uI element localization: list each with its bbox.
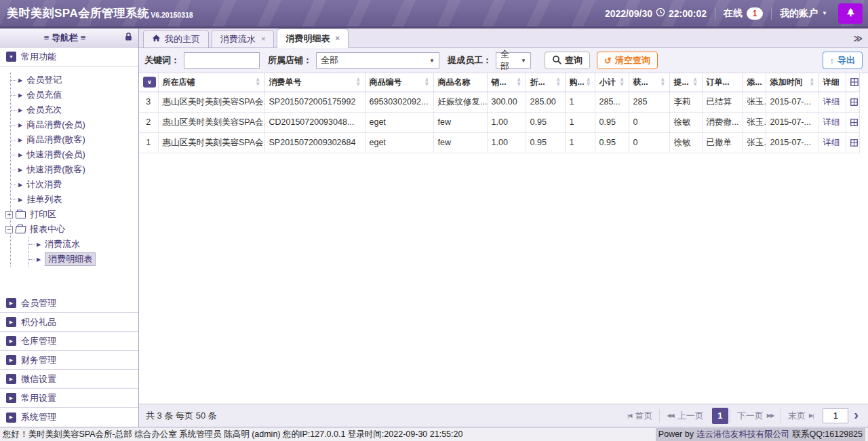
goto-page-input[interactable]	[823, 408, 848, 423]
sidebar-folder-reports[interactable]: − 报表中心	[5, 222, 138, 237]
col-header-price[interactable]: 销...∧∨	[487, 73, 526, 92]
col-header-order-no[interactable]: 消费单号∧∨	[264, 73, 365, 92]
grid-header-row: ∨ 所在店铺∧∨ 消费单号∧∨ 商品编号∧∨ 商品名称 销...∧∨ 折...∧…	[139, 73, 859, 92]
col-header-staff[interactable]: 提...∧∨	[669, 73, 702, 92]
table-row[interactable]: 1 惠山区美时美刻美容SPA会... SP2015072009302684 eg…	[139, 132, 859, 153]
col-header-detail: 详细	[818, 73, 846, 92]
shop-select[interactable]: 全部 ▼	[316, 52, 439, 69]
chevron-down-icon: ▼	[822, 10, 827, 16]
search-icon	[552, 55, 561, 66]
sort-icon[interactable]: ∧∨	[354, 78, 361, 86]
row-grid-icon[interactable]	[846, 132, 859, 153]
col-header-product-name[interactable]: 商品名称	[433, 73, 487, 92]
sidebar-section-settings[interactable]: ▶ 常用设置	[0, 389, 138, 408]
sidebar-section-warehouse[interactable]: ▶ 仓库管理	[0, 332, 138, 351]
goto-page-button[interactable]: ›	[854, 408, 861, 423]
sidebar-item-goods-walkin[interactable]: ▶ 商品消费(散客)	[11, 132, 138, 147]
expand-plus-icon[interactable]: +	[5, 211, 13, 218]
section-expanded-icon: ▼	[6, 52, 16, 62]
sidebar-folder-print[interactable]: + 打印区	[5, 207, 138, 222]
sidebar-section-wechat[interactable]: ▶ 微信设置	[0, 370, 138, 389]
sort-icon[interactable]: ∧∨	[515, 78, 521, 86]
sidebar-section-points[interactable]: ▶ 积分礼品	[0, 313, 138, 332]
last-page-button[interactable]: 末页 ▶|	[781, 409, 820, 423]
sidebar-item-quick-walkin[interactable]: ▶ 快速消费(散客)	[11, 162, 138, 177]
arrow-right-icon: ▶	[18, 122, 22, 128]
sidebar-section-members[interactable]: ▶ 会员管理	[0, 294, 138, 313]
staff-select[interactable]: 全部 ▼	[496, 52, 531, 69]
company-link[interactable]: 连云港信友科技有限公司	[696, 429, 790, 440]
arrow-right-icon: ▶	[18, 167, 22, 173]
nav-header: ≡ 导航栏 ≡	[0, 28, 138, 47]
online-users[interactable]: 在线 1	[724, 7, 763, 20]
next-page-button[interactable]: 下一页 ▶▶	[730, 409, 781, 423]
main-panel: 我的主页 消费流水 × 消费明细表 × ≫ 关键词： 所属店铺： 全部	[139, 28, 868, 427]
folder-closed-icon	[16, 211, 26, 218]
first-page-button[interactable]: |◀ 首页	[620, 409, 659, 423]
tab-home[interactable]: 我的主页	[143, 30, 209, 47]
table-row[interactable]: 3 惠山区美时美刻美容SPA会... SP2015072005175992 69…	[139, 92, 859, 112]
detail-link[interactable]: 详细	[823, 138, 840, 147]
sort-icon[interactable]: ∧∨	[618, 78, 625, 86]
sort-icon[interactable]: ∧∨	[422, 78, 429, 86]
sidebar-item-member-recharge[interactable]: ▶ 会员充值	[11, 88, 138, 102]
sidebar-section-system[interactable]: ▶ 系统管理	[0, 408, 138, 427]
tab-consume-detail[interactable]: 消费明细表 ×	[277, 28, 348, 48]
data-grid: ∨ 所在店铺∧∨ 消费单号∧∨ 商品编号∧∨ 商品名称 销...∧∨ 折...∧…	[139, 73, 860, 153]
account-menu[interactable]: 我的账户 ▼	[780, 7, 827, 20]
chevron-down-icon: ▼	[521, 58, 526, 64]
arrow-right-icon: ▶	[18, 77, 22, 83]
sort-icon[interactable]: ∧∨	[658, 78, 665, 86]
tab-overflow-icon[interactable]: ≫	[848, 33, 868, 43]
col-header-qty[interactable]: 购...∧∨	[565, 73, 595, 92]
sidebar-item-pending-orders[interactable]: ▶ 挂单列表	[11, 192, 138, 207]
sort-icon[interactable]: ∧∨	[585, 78, 591, 86]
col-header-subtotal[interactable]: 小计∧∨	[595, 73, 629, 92]
col-header-status[interactable]: 订单...	[702, 73, 743, 92]
row-select-icon[interactable]: ∨	[143, 77, 156, 88]
detail-link[interactable]: 详细	[823, 117, 840, 127]
sidebar-item-member-times[interactable]: ▶ 会员充次	[11, 102, 138, 117]
lock-icon[interactable]	[124, 32, 133, 43]
sidebar-section-common[interactable]: ▼ 常用功能	[0, 47, 138, 66]
sidebar-item-consume-detail[interactable]: ▶ 消费明细表	[29, 252, 138, 267]
datetime-display: 2022/09/30 22:00:02	[605, 7, 707, 19]
sidebar-section-finance[interactable]: ▶ 财务管理	[0, 351, 138, 370]
sidebar-item-quick-member[interactable]: ▶ 快速消费(会员)	[11, 147, 138, 162]
export-button[interactable]: ↑ 导出	[823, 52, 863, 69]
divider	[715, 7, 715, 20]
keyword-input[interactable]	[184, 52, 260, 69]
search-button[interactable]: 查询	[545, 52, 590, 69]
col-header-added-by[interactable]: 添...	[743, 73, 766, 92]
sort-icon[interactable]: ∧∨	[254, 78, 260, 86]
table-row[interactable]: 2 惠山区美时美刻美容SPA会... CD20150720093048... e…	[139, 112, 859, 132]
col-header-discount[interactable]: 折...∧∨	[526, 73, 565, 92]
collapse-minus-icon[interactable]: −	[5, 226, 13, 233]
close-icon[interactable]: ×	[335, 35, 339, 42]
section-collapsed-icon: ▶	[6, 413, 16, 423]
sort-icon[interactable]: ∧∨	[691, 78, 698, 86]
sidebar-item-member-register[interactable]: ▶ 会员登记	[11, 73, 138, 88]
prev-page-button[interactable]: ◀◀ 上一页	[659, 409, 710, 423]
close-icon[interactable]: ×	[261, 35, 265, 43]
sidebar-item-count-consume[interactable]: ▶ 计次消费	[11, 177, 138, 192]
col-header-added-time[interactable]: 添加时间∧∨	[766, 73, 818, 92]
row-grid-icon[interactable]	[846, 92, 859, 112]
clear-search-button[interactable]: ↺ 清空查询	[597, 52, 658, 69]
col-header-product-code[interactable]: 商品编号∧∨	[365, 73, 433, 92]
section-collapsed-icon: ▶	[6, 336, 16, 346]
section-label: 常用功能	[21, 51, 56, 63]
sidebar-item-goods-member[interactable]: ▶ 商品消费(会员)	[11, 117, 138, 132]
tab-consume-flow[interactable]: 消费流水 ×	[212, 30, 274, 47]
detail-link[interactable]: 详细	[823, 97, 840, 107]
theme-tree-button[interactable]	[838, 3, 863, 24]
row-grid-icon[interactable]	[846, 112, 859, 132]
sort-icon[interactable]: ∧∨	[554, 78, 561, 86]
sidebar-item-consume-flow[interactable]: ▶ 消费流水	[29, 237, 138, 252]
col-header-points[interactable]: 获...∧∨	[629, 73, 669, 92]
col-header-grid-icon[interactable]	[846, 73, 859, 92]
arrow-right-icon: ▶	[37, 256, 41, 263]
col-header-shop[interactable]: 所在店铺∧∨	[158, 73, 264, 92]
keyword-label: 关键词：	[144, 54, 180, 66]
sort-icon[interactable]: ∧∨	[808, 78, 814, 86]
